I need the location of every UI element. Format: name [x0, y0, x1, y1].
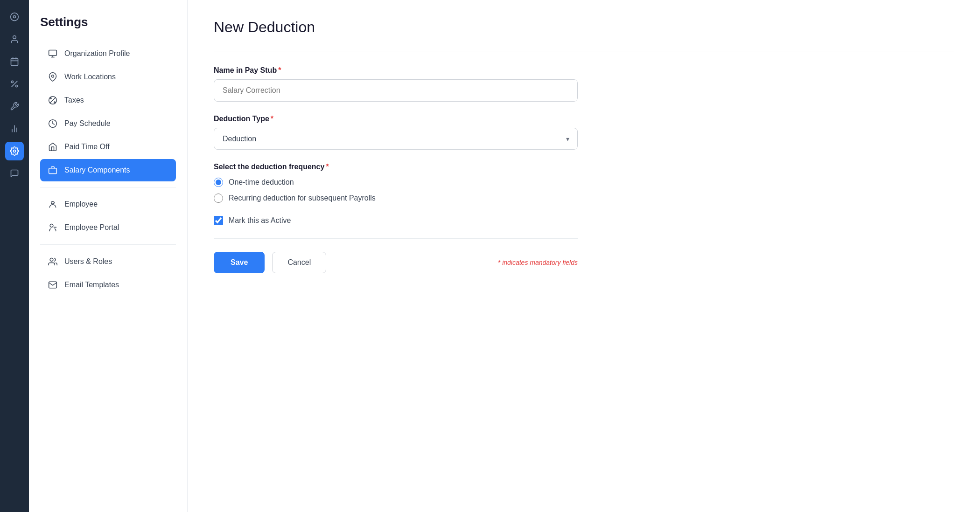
sidebar-item-label: Organization Profile [64, 49, 130, 58]
sidebar-item-salary-components[interactable]: Salary Components [40, 159, 176, 181]
deduction-frequency-group: Select the deduction frequency* One-time… [214, 163, 578, 203]
deduction-type-wrapper: Deduction Garnishment Pre-tax ▾ [214, 128, 578, 150]
main-content: New Deduction Name in Pay Stub* Deductio… [188, 0, 980, 512]
sidebar-item-label: Email Templates [64, 281, 119, 289]
svg-rect-23 [49, 168, 57, 174]
pay-schedule-icon [48, 118, 58, 129]
sidebar-item-taxes[interactable]: Taxes [40, 89, 176, 111]
settings-sidebar: Settings Organization Profile Work Locat… [29, 0, 188, 512]
sidebar-item-label: Paid Time Off [64, 143, 110, 151]
save-button[interactable]: Save [214, 252, 265, 273]
chart-icon[interactable] [5, 119, 24, 138]
sidebar-item-label: Salary Components [64, 166, 130, 174]
frequency-label: Select the deduction frequency* [214, 163, 578, 171]
settings-title: Settings [40, 15, 176, 29]
svg-point-13 [14, 150, 16, 152]
actions-row: Save Cancel * indicates mandatory fields [214, 252, 578, 273]
person-icon[interactable] [5, 30, 24, 48]
mandatory-note: * indicates mandatory fields [498, 259, 578, 266]
employee-icon [48, 199, 58, 209]
sidebar-section-2: Employee Employee Portal [40, 193, 176, 239]
salary-components-icon [48, 165, 58, 175]
sidebar-item-org-profile[interactable]: Organization Profile [40, 42, 176, 65]
users-roles-icon [48, 256, 58, 267]
sidebar-item-paid-time-off[interactable]: Paid Time Off [40, 136, 176, 158]
deduction-form: Name in Pay Stub* Deduction Type* Deduct… [214, 51, 578, 273]
radio-one-time-input[interactable] [214, 178, 223, 187]
icon-sidebar [0, 0, 29, 512]
dashboard-icon[interactable] [5, 7, 24, 26]
sidebar-item-work-locations[interactable]: Work Locations [40, 66, 176, 88]
name-in-pay-stub-group: Name in Pay Stub* [214, 66, 578, 102]
employee-portal-icon [48, 222, 58, 233]
svg-line-19 [50, 97, 56, 103]
svg-point-17 [52, 75, 54, 77]
sidebar-divider-2 [40, 244, 176, 245]
svg-rect-14 [49, 50, 57, 56]
cancel-button[interactable]: Cancel [272, 252, 326, 273]
calendar-icon[interactable] [5, 52, 24, 71]
deduction-type-label: Deduction Type* [214, 115, 578, 123]
sidebar-item-pay-schedule[interactable]: Pay Schedule [40, 112, 176, 135]
svg-line-7 [12, 81, 17, 87]
sidebar-item-label: Taxes [64, 96, 84, 104]
pto-icon [48, 142, 58, 152]
deduction-type-select[interactable]: Deduction Garnishment Pre-tax [214, 128, 578, 150]
sidebar-divider-1 [40, 187, 176, 187]
required-star-3: * [326, 163, 329, 171]
radio-recurring-label: Recurring deduction for subsequent Payro… [229, 194, 376, 202]
chat-icon[interactable] [5, 164, 24, 183]
mark-active-input[interactable] [214, 216, 223, 225]
sidebar-item-users-roles[interactable]: Users & Roles [40, 250, 176, 273]
svg-point-27 [50, 258, 53, 262]
required-star-2: * [271, 115, 273, 123]
sidebar-section-1: Organization Profile Work Locations Taxe… [40, 42, 176, 181]
mark-active-checkbox[interactable]: Mark this as Active [214, 216, 578, 225]
required-star: * [278, 66, 281, 74]
svg-rect-3 [11, 58, 18, 65]
org-profile-icon [48, 48, 58, 59]
tools-icon[interactable] [5, 97, 24, 116]
deduction-type-group: Deduction Type* Deduction Garnishment Pr… [214, 115, 578, 150]
settings-icon[interactable] [5, 142, 24, 160]
sidebar-item-label: Users & Roles [64, 257, 112, 266]
radio-group: One-time deduction Recurring deduction f… [214, 178, 578, 203]
sidebar-item-label: Employee [64, 200, 98, 208]
svg-point-0 [11, 13, 19, 21]
svg-point-24 [51, 201, 55, 204]
sidebar-item-label: Pay Schedule [64, 119, 111, 128]
svg-point-2 [13, 36, 16, 39]
radio-one-time[interactable]: One-time deduction [214, 178, 578, 187]
taxes-icon [48, 95, 58, 105]
radio-recurring-input[interactable] [214, 194, 223, 203]
page-title: New Deduction [214, 19, 954, 36]
sidebar-item-label: Work Locations [64, 73, 116, 81]
email-templates-icon [48, 280, 58, 290]
sidebar-item-email-templates[interactable]: Email Templates [40, 274, 176, 296]
svg-point-1 [14, 16, 16, 18]
svg-point-9 [16, 85, 18, 87]
radio-one-time-label: One-time deduction [229, 178, 294, 187]
sidebar-section-3: Users & Roles Email Templates [40, 250, 176, 296]
work-locations-icon [48, 72, 58, 82]
actions-divider [214, 238, 578, 239]
svg-point-21 [54, 102, 56, 103]
sidebar-item-label: Employee Portal [64, 223, 119, 232]
percent-icon[interactable] [5, 75, 24, 93]
svg-point-25 [50, 224, 53, 228]
name-in-pay-stub-input[interactable] [214, 79, 578, 102]
radio-recurring[interactable]: Recurring deduction for subsequent Payro… [214, 194, 578, 203]
sidebar-item-employee-portal[interactable]: Employee Portal [40, 216, 176, 239]
mark-active-label: Mark this as Active [229, 216, 291, 225]
svg-point-8 [11, 81, 13, 83]
svg-point-20 [50, 98, 52, 99]
name-in-pay-stub-label: Name in Pay Stub* [214, 66, 578, 75]
sidebar-item-employee[interactable]: Employee [40, 193, 176, 215]
